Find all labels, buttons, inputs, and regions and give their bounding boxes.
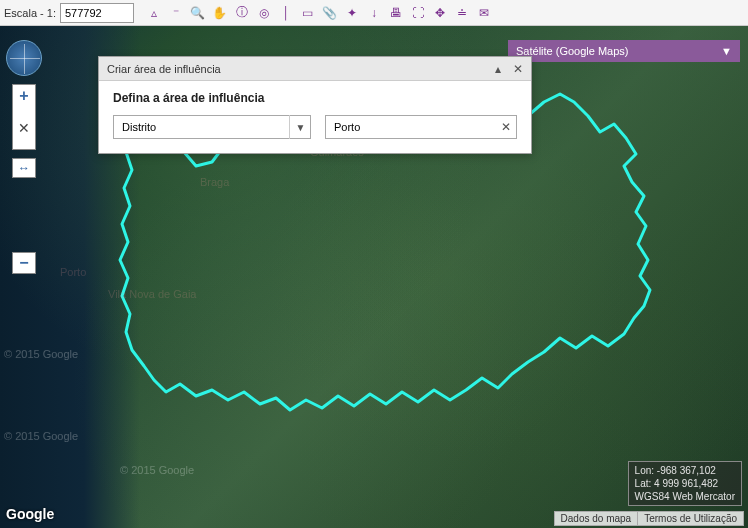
basemap-label: Satélite (Google Maps) xyxy=(516,45,629,57)
print-icon[interactable]: 🖶 xyxy=(387,4,405,22)
coord-srs: WGS84 Web Mercator xyxy=(635,490,735,503)
map-canvas[interactable]: + ✕ ↔ − Satélite (Google Maps) ▼ Criar á… xyxy=(0,26,748,528)
collapse-icon[interactable]: ▴ xyxy=(495,62,501,76)
point-icon[interactable]: ✦ xyxy=(343,4,361,22)
chevron-down-icon: ▼ xyxy=(721,45,732,57)
scale-label: Escala - 1: xyxy=(4,7,56,19)
dialog-subtitle: Defina a área de influência xyxy=(113,91,517,105)
terms-link[interactable]: Termos de Utilização xyxy=(638,511,744,526)
map-data-link[interactable]: Dados do mapa xyxy=(554,511,639,526)
extent-icon[interactable]: ⛶ xyxy=(409,4,427,22)
basemap-selector[interactable]: Satélite (Google Maps) ▼ xyxy=(508,40,740,62)
minus-icon[interactable]: ⁻ xyxy=(167,4,185,22)
influence-dialog: Criar área de influência ▴ ✕ Defina a ár… xyxy=(98,56,532,154)
circle-icon[interactable]: ◎ xyxy=(255,4,273,22)
note-icon[interactable]: ▭ xyxy=(299,4,317,22)
info-icon[interactable]: ⓘ xyxy=(233,4,251,22)
dialog-body: Defina a área de influência ▼ ✕ xyxy=(99,81,531,153)
zoom-reset-button[interactable]: ✕ xyxy=(13,107,35,149)
select-wrap: ▼ xyxy=(113,115,311,139)
scale-input[interactable] xyxy=(60,3,134,23)
coord-box: Lon: -968 367,102 Lat: 4 999 961,482 WGS… xyxy=(628,461,742,506)
district-select[interactable] xyxy=(113,115,311,139)
compass-icon[interactable] xyxy=(6,40,42,76)
coord-lat: Lat: 4 999 961,482 xyxy=(635,477,735,490)
dialog-title: Criar área de influência xyxy=(107,63,221,75)
zoom-column: + ✕ xyxy=(12,84,36,150)
zoom-out-button[interactable]: − xyxy=(12,252,36,274)
mail-icon[interactable]: ✉ xyxy=(475,4,493,22)
search-input[interactable] xyxy=(325,115,517,139)
input-wrap: ✕ xyxy=(325,115,517,139)
close-icon[interactable]: ✕ xyxy=(513,62,523,76)
search-icon[interactable]: 🔍 xyxy=(189,4,207,22)
down-icon[interactable]: ↓ xyxy=(365,4,383,22)
coord-lon: Lon: -968 367,102 xyxy=(635,464,735,477)
pan-button[interactable]: ↔ xyxy=(12,158,36,178)
hand-icon[interactable]: ✋ xyxy=(211,4,229,22)
google-logo: Google xyxy=(6,506,54,522)
top-toolbar: Escala - 1: ▵ ⁻ 🔍 ✋ ⓘ ◎ │ ▭ 📎 ✦ ↓ 🖶 ⛶ ✥ … xyxy=(0,0,748,26)
pan-icon[interactable]: ✥ xyxy=(431,4,449,22)
zoom-in-button[interactable]: + xyxy=(13,85,35,107)
dialog-header[interactable]: Criar área de influência ▴ ✕ xyxy=(99,57,531,81)
measure-icon[interactable]: ≐ xyxy=(453,4,471,22)
line-icon[interactable]: │ xyxy=(277,4,295,22)
footer-links: Dados do mapa Termos de Utilização xyxy=(554,511,744,526)
nav-widget: + ✕ ↔ − xyxy=(6,40,42,274)
attach-icon[interactable]: 📎 xyxy=(321,4,339,22)
highlight-icon[interactable]: ▵ xyxy=(145,4,163,22)
scale-group: Escala - 1: xyxy=(4,3,134,23)
clear-icon[interactable]: ✕ xyxy=(501,115,511,139)
